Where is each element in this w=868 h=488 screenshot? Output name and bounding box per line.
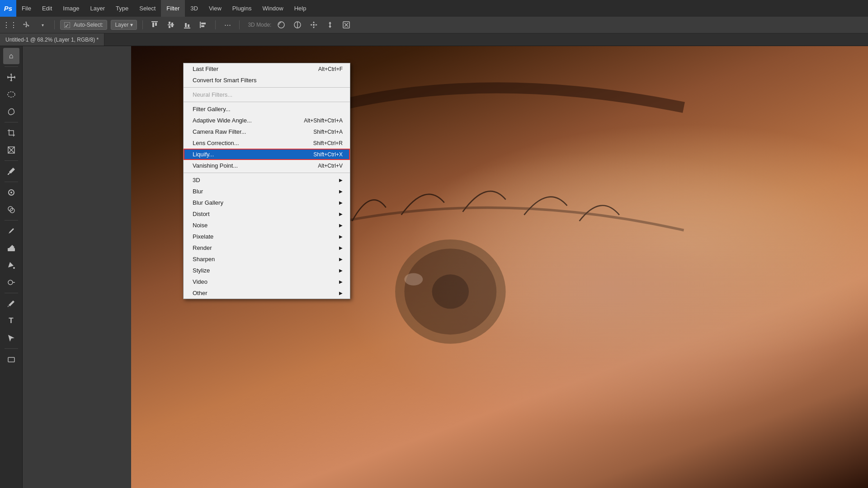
main-area: ⌂ xyxy=(0,46,868,488)
svg-rect-11 xyxy=(201,23,206,24)
filter-stylize[interactable]: Stylize ▶ xyxy=(184,265,350,276)
move-tool[interactable] xyxy=(3,69,19,85)
shape-tool[interactable] xyxy=(3,351,19,367)
dodge-tool[interactable] xyxy=(3,274,19,291)
filter-vanishing-point[interactable]: Vanishing Point... Alt+Ctrl+V xyxy=(184,160,350,171)
filter-sharpen[interactable]: Sharpen ▶ xyxy=(184,253,350,265)
align-left-icon[interactable] xyxy=(197,19,210,31)
filter-liquify[interactable]: Liquify... Shift+Ctrl+X xyxy=(184,149,350,160)
filter-adaptive-wide[interactable]: Adaptive Wide Angle... Alt+Shift+Ctrl+A xyxy=(184,115,350,126)
svg-rect-2 xyxy=(155,23,157,26)
filter-blur[interactable]: Blur ▶ xyxy=(184,186,350,197)
crop-tool[interactable] xyxy=(3,125,19,141)
filter-convert-smart[interactable]: Convert for Smart Filters xyxy=(184,75,350,86)
options-bar: ⋮⋮ ▾ ✓ Auto-Select: Layer ▾ ··· 3D Mode: xyxy=(0,17,868,33)
svg-rect-8 xyxy=(185,23,187,27)
tool-sep-2 xyxy=(5,122,18,122)
layer-dropdown[interactable]: Layer ▾ xyxy=(111,20,137,30)
menu-select[interactable]: Select xyxy=(134,0,161,17)
home-tool[interactable]: ⌂ xyxy=(3,48,19,64)
filter-other-label: Other xyxy=(193,290,208,296)
filter-gallery-label: Filter Gallery... xyxy=(193,106,231,113)
svg-point-22 xyxy=(10,192,12,193)
3d-roll-icon[interactable] xyxy=(291,19,304,31)
auto-select-checkbox[interactable]: ✓ Auto-Select: xyxy=(60,20,107,30)
extras-icon[interactable]: ··· xyxy=(221,19,234,31)
align-vert-icon[interactable] xyxy=(165,19,177,31)
tool-sep-6 xyxy=(5,293,18,293)
sep-1 xyxy=(184,87,350,88)
filter-video-label: Video xyxy=(193,278,208,285)
filter-neural[interactable]: Neural Filters... xyxy=(184,89,350,100)
3d-slide-icon[interactable] xyxy=(324,19,336,31)
menu-layer[interactable]: Layer xyxy=(85,0,111,17)
lasso-tool[interactable] xyxy=(3,103,19,120)
align-bottom-icon[interactable] xyxy=(181,19,193,31)
filter-adaptive-wide-label: Adaptive Wide Angle... xyxy=(193,117,252,124)
filter-blur-gallery-arrow: ▶ xyxy=(339,200,343,205)
filter-pixelate[interactable]: Pixelate ▶ xyxy=(184,231,350,242)
filter-pixelate-arrow: ▶ xyxy=(339,234,343,239)
filter-blur-label: Blur xyxy=(193,188,203,195)
filter-lens-correction[interactable]: Lens Correction... Shift+Ctrl+R xyxy=(184,137,350,149)
filter-stylize-arrow: ▶ xyxy=(339,268,343,273)
filter-camera-raw-label: Camera Raw Filter... xyxy=(193,128,246,135)
pen-tool[interactable] xyxy=(3,296,19,312)
svg-rect-4 xyxy=(169,22,170,24)
menu-edit[interactable]: Edit xyxy=(37,0,57,17)
3d-pan-icon[interactable] xyxy=(307,19,320,31)
type-tool[interactable]: T xyxy=(3,313,19,329)
ellipse-tool[interactable] xyxy=(3,86,19,103)
svg-rect-9 xyxy=(188,24,189,27)
align-top-icon[interactable] xyxy=(148,19,161,31)
filter-blur-gallery[interactable]: Blur Gallery ▶ xyxy=(184,197,350,208)
move-tool-icon[interactable] xyxy=(20,19,33,31)
filter-last-filter[interactable]: Last Filter Alt+Ctrl+F xyxy=(184,63,350,75)
filter-lens-correction-label: Lens Correction... xyxy=(193,140,239,146)
svg-point-27 xyxy=(8,280,13,285)
3d-mode-label: 3D Mode: xyxy=(248,22,271,28)
filter-3d[interactable]: 3D ▶ xyxy=(184,174,350,186)
menu-image[interactable]: Image xyxy=(57,0,85,17)
eyedropper-tool[interactable] xyxy=(3,163,19,179)
menu-type[interactable]: Type xyxy=(110,0,134,17)
svg-point-26 xyxy=(13,267,15,269)
3d-rotate-icon[interactable] xyxy=(275,19,288,31)
filter-noise-label: Noise xyxy=(193,222,208,229)
healing-tool[interactable] xyxy=(3,184,19,201)
menu-plugins[interactable]: Plugins xyxy=(227,0,257,17)
menu-help[interactable]: Help xyxy=(289,0,312,17)
expand-panels-icon[interactable]: ⋮⋮ xyxy=(4,19,16,31)
3d-scale-icon[interactable] xyxy=(340,19,353,31)
svg-rect-6 xyxy=(171,23,173,27)
filter-adaptive-wide-shortcut: Alt+Shift+Ctrl+A xyxy=(304,117,343,124)
dropdown-arrow-icon[interactable]: ▾ xyxy=(36,19,49,31)
document-tab[interactable]: Untitled-1 @ 68.2% (Layer 1, RGB/8) * xyxy=(0,33,104,46)
filter-sharpen-label: Sharpen xyxy=(193,256,215,263)
svg-rect-5 xyxy=(169,26,170,28)
filter-camera-raw[interactable]: Camera Raw Filter... Shift+Ctrl+A xyxy=(184,126,350,137)
brush-tool[interactable] xyxy=(3,223,19,239)
eraser-tool[interactable] xyxy=(3,240,19,256)
filter-convert-smart-label: Convert for Smart Filters xyxy=(193,77,257,84)
menu-window[interactable]: Window xyxy=(257,0,288,17)
clone-tool[interactable] xyxy=(3,202,19,218)
tab-bar: Untitled-1 @ 68.2% (Layer 1, RGB/8) * xyxy=(0,33,868,46)
menu-3d[interactable]: 3D xyxy=(185,0,203,17)
filter-render[interactable]: Render ▶ xyxy=(184,242,350,253)
filter-noise[interactable]: Noise ▶ xyxy=(184,220,350,231)
menu-filter[interactable]: Filter xyxy=(161,0,185,17)
path-select-tool[interactable] xyxy=(3,330,19,346)
filter-gallery[interactable]: Filter Gallery... xyxy=(184,103,350,115)
filter-liquify-label: Liquify... xyxy=(193,151,214,158)
menu-view[interactable]: View xyxy=(203,0,227,17)
frame-tool[interactable] xyxy=(3,142,19,158)
menu-file[interactable]: File xyxy=(16,0,37,17)
filter-3d-arrow: ▶ xyxy=(339,178,343,183)
filter-other[interactable]: Other ▶ xyxy=(184,287,350,299)
menu-bar: Ps File Edit Image Layer Type Select Fil… xyxy=(0,0,868,17)
filter-lens-correction-shortcut: Shift+Ctrl+R xyxy=(313,140,343,146)
filter-video[interactable]: Video ▶ xyxy=(184,276,350,287)
paint-bucket-tool[interactable] xyxy=(3,257,19,273)
filter-distort[interactable]: Distort ▶ xyxy=(184,208,350,220)
